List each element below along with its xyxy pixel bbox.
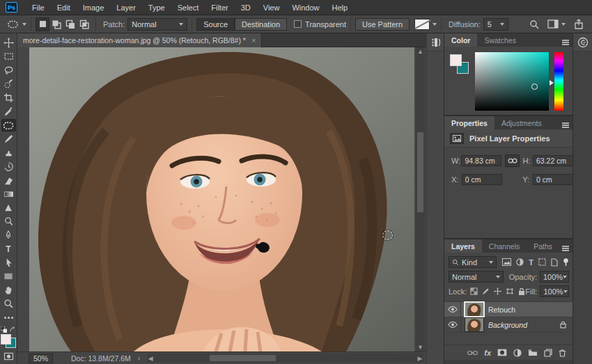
move-tool[interactable]: [1, 37, 16, 49]
panel-menu-icon[interactable]: [562, 248, 569, 249]
filter-adjustment-layers-icon[interactable]: [516, 258, 524, 266]
menu-file[interactable]: File: [26, 1, 51, 14]
constrain-proportions-button[interactable]: [505, 155, 519, 167]
panel-menu-icon[interactable]: [562, 42, 569, 43]
swap-colors-icon[interactable]: [9, 326, 16, 333]
status-options-icon[interactable]: ›: [138, 354, 140, 362]
destination-button[interactable]: Destination: [235, 18, 287, 31]
horizontal-scrollbar[interactable]: ◀ ▶: [147, 354, 423, 363]
default-colors-icon[interactable]: [1, 326, 7, 333]
height-field[interactable]: [533, 155, 573, 166]
patch-mode-dropdown[interactable]: Normal: [127, 18, 187, 31]
width-field[interactable]: [461, 155, 501, 166]
layer-row-background[interactable]: Background: [444, 317, 573, 333]
transparent-option[interactable]: Transparent: [294, 20, 346, 29]
tab-swatches[interactable]: Swatches: [477, 33, 523, 47]
hue-slider[interactable]: [554, 52, 563, 111]
quick-mask-button[interactable]: [1, 350, 16, 362]
tab-properties[interactable]: Properties: [444, 116, 494, 129]
add-layer-mask-icon[interactable]: [497, 349, 507, 356]
patch-source-marquee[interactable]: [382, 230, 393, 240]
tab-adjustments[interactable]: Adjustments: [494, 116, 549, 129]
menu-edit[interactable]: Edit: [51, 1, 77, 14]
visibility-toggle[interactable]: [444, 302, 461, 317]
eraser-tool[interactable]: [1, 174, 16, 186]
tab-paths[interactable]: Paths: [527, 239, 559, 253]
tab-layers[interactable]: Layers: [444, 239, 482, 253]
pattern-picker[interactable]: [414, 19, 437, 30]
eyedropper-tool[interactable]: [1, 106, 16, 118]
history-brush-tool[interactable]: [1, 161, 16, 173]
layer-row-retouch[interactable]: Retouch: [444, 302, 573, 317]
document-tab[interactable]: more-detail-face-restoration-woman.jpg @…: [17, 33, 262, 47]
layer-effects-icon[interactable]: fx: [484, 349, 491, 357]
menu-window[interactable]: Window: [286, 1, 325, 14]
blur-tool[interactable]: [1, 202, 16, 214]
search-icon[interactable]: [529, 19, 539, 29]
menu-layer[interactable]: Layer: [110, 1, 142, 14]
layer-thumbnail[interactable]: [465, 318, 483, 331]
layer-thumbnail[interactable]: [465, 303, 483, 316]
x-field[interactable]: [462, 174, 502, 185]
menu-3d[interactable]: 3D: [235, 1, 257, 14]
menu-help[interactable]: Help: [326, 1, 355, 14]
foreground-color-swatch[interactable]: [1, 334, 11, 345]
lock-artboard-icon[interactable]: [506, 287, 514, 295]
blend-mode-dropdown[interactable]: Normal: [449, 271, 504, 283]
filter-smart-objects-icon[interactable]: [551, 258, 558, 267]
close-icon[interactable]: ×: [251, 36, 256, 45]
lock-transparency-icon[interactable]: [470, 287, 478, 295]
lock-all-icon[interactable]: [518, 287, 525, 296]
zoom-level-field[interactable]: 50%: [29, 354, 53, 363]
rectangle-shape-tool[interactable]: [1, 270, 16, 282]
fill-dropdown[interactable]: 100%: [540, 285, 569, 297]
opacity-dropdown[interactable]: 100%: [540, 271, 569, 283]
filter-pixel-layers-icon[interactable]: [502, 258, 511, 266]
history-panel-button[interactable]: [427, 33, 444, 52]
scroll-right-icon[interactable]: ▶: [416, 354, 423, 363]
vertical-scrollbar[interactable]: ▲ ▼: [416, 47, 425, 351]
foreground-color-well[interactable]: [450, 54, 462, 66]
tab-channels[interactable]: Channels: [482, 239, 527, 253]
crop-tool[interactable]: [1, 92, 16, 104]
adjustment-layer-icon[interactable]: [513, 349, 522, 357]
layer-name[interactable]: Background: [488, 321, 527, 329]
canvas-viewport[interactable]: [17, 47, 415, 351]
layer-name[interactable]: Retouch: [488, 306, 515, 314]
edit-toolbar-button[interactable]: [1, 312, 16, 324]
use-pattern-button[interactable]: Use Pattern: [355, 18, 410, 31]
rectangular-marquee-tool[interactable]: [1, 51, 16, 63]
brush-tool[interactable]: [1, 133, 16, 145]
canvas-image[interactable]: [29, 47, 414, 351]
add-to-selection-mode-button[interactable]: [49, 17, 63, 31]
saturation-brightness-field[interactable]: [475, 52, 549, 111]
intersect-selection-mode-button[interactable]: [77, 17, 91, 31]
menu-filter[interactable]: Filter: [205, 1, 234, 14]
creative-cloud-button[interactable]: [573, 33, 592, 52]
new-group-icon[interactable]: [528, 349, 538, 356]
hue-slider-arrow-icon[interactable]: [550, 80, 554, 86]
hand-tool[interactable]: [1, 284, 16, 296]
source-button[interactable]: Source: [196, 18, 235, 31]
new-selection-mode-button[interactable]: [36, 17, 49, 31]
delete-layer-icon[interactable]: [559, 349, 566, 357]
menu-select[interactable]: Select: [171, 1, 205, 14]
tab-color[interactable]: Color: [444, 33, 477, 47]
menu-image[interactable]: Image: [77, 1, 111, 14]
scroll-down-icon[interactable]: ▼: [416, 343, 425, 351]
filter-toggle-pin-icon[interactable]: [563, 258, 569, 267]
new-layer-icon[interactable]: [544, 349, 552, 357]
menu-type[interactable]: Type: [142, 1, 171, 14]
dodge-tool[interactable]: [1, 216, 16, 228]
zoom-tool[interactable]: [1, 298, 16, 310]
gradient-tool[interactable]: [1, 188, 16, 200]
transparent-checkbox[interactable]: [294, 20, 302, 28]
visibility-toggle[interactable]: [444, 317, 461, 332]
horizontal-scroll-thumb[interactable]: [210, 355, 276, 361]
color-picker-cursor[interactable]: [531, 84, 538, 90]
vertical-scroll-thumb[interactable]: [417, 132, 423, 212]
subtract-from-selection-mode-button[interactable]: [63, 17, 77, 31]
lasso-tool[interactable]: [1, 64, 16, 76]
scroll-up-icon[interactable]: ▲: [416, 47, 425, 56]
diffusion-dropdown[interactable]: 5: [483, 18, 508, 31]
